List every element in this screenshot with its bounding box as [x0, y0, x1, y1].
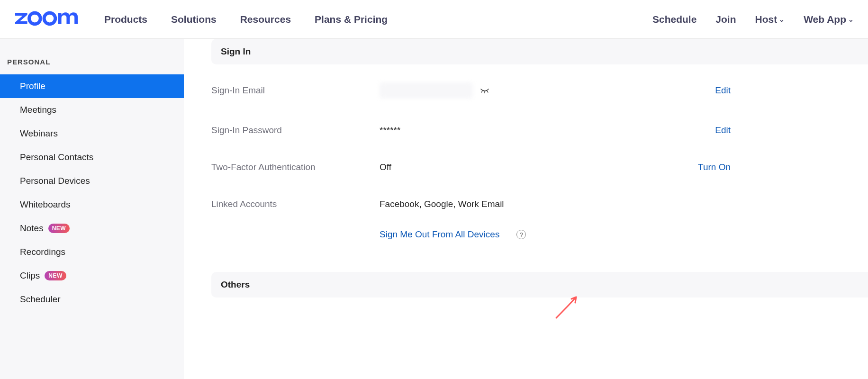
main-content: Sign In Sign-In Email hidden Edit Sign-I…: [184, 39, 868, 298]
sidebar-item-profile[interactable]: Profile: [0, 74, 184, 98]
row-label: Two-Factor Authentication: [211, 162, 380, 172]
nav-schedule[interactable]: Schedule: [652, 14, 696, 25]
row-signout-all: Sign Me Out From All Devices ?: [211, 223, 868, 253]
sidebar-item-whiteboards[interactable]: Whiteboards: [0, 193, 184, 217]
email-value-masked: hidden: [380, 82, 473, 99]
row-label: Sign-In Email: [211, 85, 380, 96]
row-value: hidden: [380, 82, 715, 99]
svg-point-1: [44, 13, 55, 24]
nav-right: Schedule Join Host ⌄ Web App ⌄: [652, 14, 854, 25]
sidebar-item-label: Profile: [20, 81, 45, 91]
edit-email-link[interactable]: Edit: [715, 85, 868, 96]
sidebar-item-notes[interactable]: Notes NEW: [0, 217, 184, 240]
new-badge: NEW: [48, 224, 70, 233]
sidebar-item-recordings[interactable]: Recordings: [0, 240, 184, 264]
sidebar-item-meetings[interactable]: Meetings: [0, 98, 184, 122]
sidebar: PERSONAL Profile Meetings Webinars Perso…: [0, 39, 184, 379]
sidebar-item-label: Notes: [20, 223, 44, 234]
sidebar-item-clips[interactable]: Clips NEW: [0, 264, 184, 288]
sidebar-item-label: Personal Devices: [20, 176, 90, 186]
row-value: ******: [380, 125, 715, 135]
nav-web-app-label: Web App: [804, 14, 846, 25]
header: Products Solutions Resources Plans & Pri…: [0, 0, 868, 39]
sidebar-item-label: Personal Contacts: [20, 152, 93, 162]
row-two-factor: Two-Factor Authentication Off Turn On: [211, 149, 868, 186]
nav-plans-pricing[interactable]: Plans & Pricing: [315, 14, 388, 25]
nav-join[interactable]: Join: [715, 14, 736, 25]
turn-on-tfa-link[interactable]: Turn On: [698, 162, 868, 172]
sidebar-item-scheduler[interactable]: Scheduler: [0, 288, 184, 311]
sidebar-item-label: Meetings: [20, 105, 56, 115]
page-body: PERSONAL Profile Meetings Webinars Perso…: [0, 39, 868, 379]
edit-password-link[interactable]: Edit: [715, 125, 868, 135]
help-icon[interactable]: ?: [516, 230, 526, 239]
nav-left: Products Solutions Resources Plans & Pri…: [104, 14, 388, 25]
nav-web-app[interactable]: Web App ⌄: [804, 14, 854, 25]
signout-all-devices-link[interactable]: Sign Me Out From All Devices: [380, 229, 499, 240]
nav-products[interactable]: Products: [104, 14, 147, 25]
row-label: Sign-In Password: [211, 125, 380, 135]
chevron-down-icon: ⌄: [779, 16, 785, 23]
new-badge: NEW: [45, 271, 66, 280]
section-others-header: Others: [211, 272, 868, 298]
nav-host[interactable]: Host ⌄: [755, 14, 785, 25]
nav-solutions[interactable]: Solutions: [171, 14, 217, 25]
sidebar-item-label: Webinars: [20, 128, 58, 139]
nav-resources[interactable]: Resources: [240, 14, 291, 25]
zoom-logo[interactable]: [14, 11, 81, 28]
sidebar-item-webinars[interactable]: Webinars: [0, 122, 184, 145]
chevron-down-icon: ⌄: [848, 16, 854, 23]
row-linked-accounts: Linked Accounts Facebook, Google, Work E…: [211, 186, 868, 223]
row-signin-password: Sign-In Password ****** Edit: [211, 112, 868, 149]
sidebar-item-personal-devices[interactable]: Personal Devices: [0, 169, 184, 193]
sidebar-item-label: Scheduler: [20, 294, 61, 305]
row-signin-email: Sign-In Email hidden Edit: [211, 69, 868, 112]
nav-host-label: Host: [755, 14, 778, 25]
row-value: Off: [380, 162, 698, 172]
sidebar-item-label: Recordings: [20, 247, 65, 257]
svg-point-0: [29, 13, 41, 24]
sidebar-item-label: Whiteboards: [20, 199, 71, 210]
closed-eye-icon[interactable]: [480, 87, 489, 95]
row-value: Facebook, Google, Work Email: [380, 199, 731, 209]
row-label: Linked Accounts: [211, 199, 380, 209]
sidebar-heading-personal: PERSONAL: [0, 53, 184, 74]
sidebar-item-label: Clips: [20, 271, 40, 281]
section-signin-header: Sign In: [211, 39, 868, 64]
section-signin-body: Sign-In Email hidden Edit Sign-In Passwo…: [184, 64, 868, 272]
sidebar-item-personal-contacts[interactable]: Personal Contacts: [0, 145, 184, 169]
